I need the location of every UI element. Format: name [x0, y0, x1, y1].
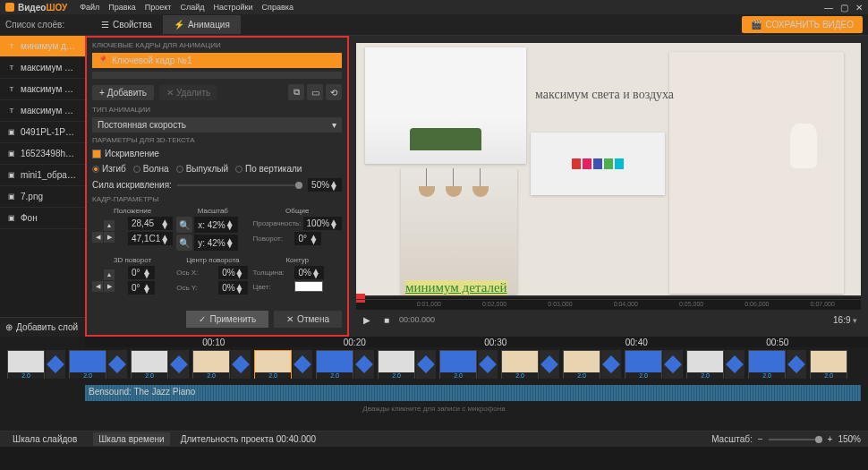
timeline-clip[interactable]: 2.0 — [810, 350, 847, 379]
bend-radio[interactable] — [92, 166, 99, 173]
add-layer-button[interactable]: ⊕Добавить слой — [5, 322, 78, 332]
menu-slide[interactable]: Слайд — [180, 3, 204, 12]
zoom-out-button[interactable]: − — [758, 434, 763, 444]
timeline-clip[interactable]: 2.0 — [316, 350, 353, 379]
zoom-out-icon[interactable]: 🔍 — [176, 235, 192, 251]
transition[interactable] — [663, 350, 683, 379]
menu-edit[interactable]: Правка — [108, 3, 135, 12]
timeline-clip[interactable]: 2.0 — [7, 350, 45, 379]
center-y-input[interactable]: 0%▲▼ — [218, 281, 247, 295]
timeline-ruler[interactable]: 00:1000:2000:3000:4000:50 — [85, 337, 868, 347]
preview-area: максимум света и воздуха минимум деталей… — [349, 36, 868, 337]
zoom-in-icon[interactable]: 🔍 — [176, 217, 192, 233]
play-button[interactable]: ▶ — [360, 312, 374, 327]
timeline-clip[interactable]: 2.0 — [192, 350, 230, 379]
preview-text-selected[interactable]: минимум деталей — [405, 280, 507, 295]
menu-settings[interactable]: Настройки — [213, 3, 252, 12]
center-x-input[interactable]: 0%▲▼ — [218, 266, 247, 279]
time-scale-tab[interactable]: Шкала времени — [93, 432, 169, 446]
layer-item[interactable]: ▣7.png — [0, 186, 85, 208]
close-button[interactable]: ✕ — [855, 3, 863, 13]
timeline-clip[interactable]: 2.0 — [378, 350, 415, 379]
transition[interactable] — [354, 350, 374, 379]
transition[interactable] — [787, 350, 806, 379]
timeline-clip[interactable]: 2.0 — [563, 350, 600, 379]
color-swatch[interactable] — [294, 281, 323, 292]
layer-item[interactable]: ▣0491PL-1PG_ин... — [0, 122, 85, 143]
transition[interactable] — [231, 350, 251, 379]
zoom-in-button[interactable]: + — [828, 434, 833, 444]
add-keyframe-button[interactable]: +Добавить — [92, 85, 154, 100]
transition[interactable] — [478, 350, 498, 379]
transition[interactable] — [169, 350, 189, 379]
transition[interactable] — [601, 350, 621, 379]
strength-input[interactable]: 50%▲▼ — [308, 178, 342, 192]
audio-track[interactable]: Bensound: The Jazz Piano — [85, 385, 861, 401]
timeline-clip[interactable]: 2.0 — [69, 350, 106, 379]
timeline-clip[interactable]: 2.0 — [501, 350, 539, 379]
minimize-button[interactable]: — — [824, 3, 833, 13]
keyframe-item[interactable]: 📍Ключевой кадр №1 — [92, 53, 342, 68]
transition[interactable] — [725, 350, 745, 379]
rot3d-arrows[interactable]: ▲ ◀▶ — [92, 269, 126, 292]
aspect-ratio[interactable]: 16:9 ▾ — [833, 315, 857, 325]
paste-button[interactable]: ▭ — [307, 84, 323, 100]
timeline-clip[interactable]: 2.0 — [439, 350, 477, 379]
anim-type-dropdown[interactable]: Постоянная скорость▾ — [92, 117, 342, 132]
timeline-thumbs[interactable]: 2.02.02.02.02.02.02.02.02.02.02.02.02.02… — [0, 347, 868, 383]
delete-keyframe-button[interactable]: ✕Удалить — [159, 85, 217, 100]
zoom-slider[interactable] — [769, 439, 822, 440]
transition[interactable] — [107, 350, 127, 379]
thickness-input[interactable]: 0%▲▼ — [294, 266, 323, 279]
menu-help[interactable]: Справка — [262, 3, 294, 12]
layer-list: Tминимум дета... Tмаксимум свет... Tмакс… — [0, 36, 85, 317]
layer-item[interactable]: Tминимум дета... — [0, 36, 85, 57]
distortion-checkbox[interactable] — [92, 150, 101, 158]
tab-properties[interactable]: ☰Свойства — [90, 15, 163, 34]
strength-slider[interactable] — [177, 184, 302, 186]
refresh-button[interactable]: ⟲ — [326, 84, 342, 100]
slides-scale-tab[interactable]: Шкала слайдов — [7, 432, 82, 446]
layer-item[interactable]: ▣mini1_обработа... — [0, 165, 85, 186]
bulge-radio[interactable] — [176, 166, 183, 173]
timeline-clip[interactable]: 2.0 — [686, 350, 724, 379]
scrubber[interactable]: 0:01,0000:02,0000:03,0000:04,0000:05,000… — [356, 297, 861, 310]
timeline-clip[interactable]: 2.0 — [625, 350, 662, 379]
menubar: Файл Правка Проект Слайд Настройки Справ… — [80, 3, 294, 12]
menu-project[interactable]: Проект — [145, 3, 172, 12]
timeline-clip[interactable]: 2.0 — [254, 350, 292, 379]
position-arrows[interactable]: ▲ ◀▶ — [92, 220, 126, 243]
timeline-clip[interactable]: 2.0 — [748, 350, 786, 379]
rot3d-x-input[interactable]: 0°▲▼ — [128, 266, 155, 279]
transition[interactable] — [46, 350, 65, 379]
layer-item[interactable]: Tмаксимум свет... — [0, 79, 85, 100]
transition[interactable] — [416, 350, 436, 379]
tab-animation[interactable]: ⚡Анимация — [163, 15, 241, 34]
vertical-radio[interactable] — [235, 166, 243, 173]
layer-item[interactable]: Tмаксимум свет... — [0, 57, 85, 79]
mic-hint[interactable]: Дважды кликните для записи с микрофона — [0, 403, 868, 414]
transition[interactable] — [293, 350, 312, 379]
save-video-button[interactable]: 🎬СОХРАНИТЬ ВИДЕО — [742, 16, 863, 33]
timeline-clip[interactable]: 2.0 — [131, 350, 168, 379]
layer-item[interactable]: Tмаксимум свет... — [0, 100, 85, 122]
scale-x-input[interactable]: x: 42%▲▼ — [194, 217, 237, 233]
rot3d-y-input[interactable]: 0°▲▼ — [128, 281, 155, 295]
layer-item[interactable]: ▣16523498h3_1-о... — [0, 143, 85, 165]
menu-file[interactable]: Файл — [80, 3, 99, 12]
copy-button[interactable]: ⧉ — [288, 84, 304, 100]
pos-y-input[interactable]: 47,1C1▲▼ — [128, 232, 173, 245]
apply-button[interactable]: ✓Применить — [186, 311, 268, 328]
keyframe-strip[interactable] — [92, 72, 342, 79]
opacity-input[interactable]: 100%▲▼ — [303, 217, 342, 230]
layer-item[interactable]: ▣Фон — [0, 208, 85, 229]
transition[interactable] — [540, 350, 559, 379]
preview-canvas[interactable]: максимум света и воздуха минимум деталей — [356, 43, 861, 295]
stop-button[interactable]: ■ — [379, 312, 394, 327]
pos-x-input[interactable]: 28,45▲▼ — [128, 217, 173, 230]
wave-radio[interactable] — [133, 166, 140, 173]
rotate-input[interactable]: 0°▲▼ — [294, 232, 321, 245]
cancel-button[interactable]: ✕Отмена — [274, 311, 342, 328]
scale-y-input[interactable]: y: 42%▲▼ — [194, 235, 237, 251]
maximize-button[interactable]: ▢ — [840, 3, 848, 13]
